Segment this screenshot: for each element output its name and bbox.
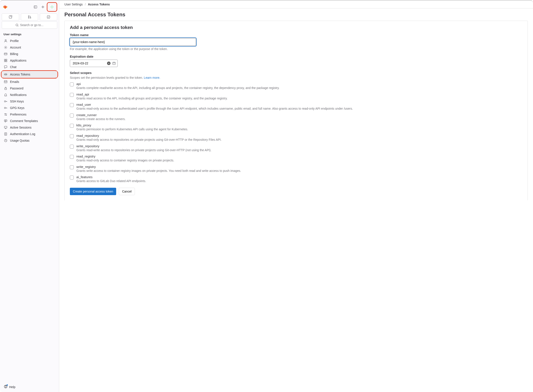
scopes-hint: Scopes set the permission levels granted… <box>70 76 144 79</box>
breadcrumb-parent[interactable]: User Settings <box>64 3 83 6</box>
svg-point-21 <box>5 40 6 41</box>
ai-assistant-button[interactable] <box>47 2 57 12</box>
sidebar-item-label: Password <box>10 87 23 90</box>
sidebar-item-notifications[interactable]: Notifications <box>2 92 57 98</box>
scope-name: create_runner <box>76 113 522 117</box>
scope-item-read_user: read_userGrants read-only access to the … <box>70 103 522 111</box>
svg-point-53 <box>5 387 6 387</box>
svg-point-15 <box>28 16 29 17</box>
cancel-button[interactable]: Cancel <box>119 188 135 195</box>
sidebar-item-active-sessions[interactable]: Active Sessions <box>2 124 57 131</box>
svg-point-10 <box>53 6 53 6</box>
form-button-row: Create personal access token Cancel <box>70 188 522 195</box>
key-icon <box>4 100 7 103</box>
sidebar-item-label: Account <box>10 46 21 49</box>
gear-icon <box>4 46 7 49</box>
token-icon <box>4 73 7 76</box>
search-input[interactable]: Search or go to... <box>2 21 57 29</box>
expiration-label: Expiration date <box>70 55 522 58</box>
sidebar-item-emails[interactable]: Emails <box>2 79 57 85</box>
token-name-input[interactable] <box>70 38 196 46</box>
scope-checkbox-read_registry[interactable] <box>70 155 74 159</box>
scope-name: k8s_proxy <box>76 123 522 127</box>
create-token-button[interactable]: Create personal access token <box>70 188 116 195</box>
svg-point-6 <box>52 8 52 9</box>
todos-shortcut[interactable] <box>40 14 57 20</box>
expiration-field: Expiration date ✕ <box>70 55 522 67</box>
sidebar-item-password[interactable]: Password <box>2 85 57 92</box>
scope-desc: Grants read-write access to repositories… <box>76 148 522 153</box>
scopes-hint-row: Scopes set the permission levels granted… <box>70 76 522 79</box>
bell-icon <box>4 93 7 97</box>
scope-text: read_apiGrants read access to the API, i… <box>76 93 522 101</box>
svg-rect-25 <box>4 59 5 60</box>
sidebar-item-billing[interactable]: Billing <box>2 51 57 57</box>
expiration-date-input[interactable] <box>73 61 105 65</box>
scope-checkbox-ai_features[interactable] <box>70 176 74 179</box>
merge-requests-shortcut[interactable] <box>21 14 38 20</box>
log-icon <box>4 132 7 136</box>
sidebar-item-label: Preferences <box>10 113 26 116</box>
sidebar-item-auth-log[interactable]: Authentication Log <box>2 131 57 137</box>
scope-checkbox-read_api[interactable] <box>70 93 74 97</box>
sidebar-item-ssh-keys[interactable]: SSH Keys <box>2 98 57 105</box>
panel-toggle-icon[interactable] <box>32 4 39 10</box>
scope-item-k8s_proxy: k8s_proxyGrants permission to perform Ku… <box>70 123 522 132</box>
sidebar-item-label: Comment Templates <box>10 119 38 123</box>
sidebar-item-label: SSH Keys <box>10 100 24 103</box>
profile-icon <box>4 39 7 43</box>
token-name-hint: For example, the application using the t… <box>70 47 522 51</box>
sidebar-item-preferences[interactable]: Preferences <box>2 111 57 118</box>
mail-icon <box>4 80 7 84</box>
scopes-learn-more-link[interactable]: Learn more. <box>144 76 160 79</box>
scope-text: apiGrants complete read/write access to … <box>76 82 522 90</box>
credit-card-icon <box>4 52 7 56</box>
sidebar-item-account[interactable]: Account <box>2 44 57 51</box>
access-tokens-highlight: Access Tokens <box>1 70 58 79</box>
svg-rect-23 <box>4 53 7 55</box>
scope-checkbox-read_repository[interactable] <box>70 134 74 138</box>
svg-point-22 <box>5 47 6 48</box>
sidebar-item-label: Notifications <box>10 93 27 97</box>
issues-shortcut[interactable] <box>2 14 19 20</box>
sidebar-item-profile[interactable]: Profile <box>2 38 57 44</box>
scopes-section: Select scopes Scopes set the permission … <box>70 71 522 79</box>
calendar-icon[interactable] <box>112 61 116 65</box>
quota-icon <box>4 139 7 142</box>
token-name-label: Token name <box>70 33 522 37</box>
scope-checkbox-write_repository[interactable] <box>70 145 74 149</box>
sidebar-item-comment-templates[interactable]: Comment Templates <box>2 118 57 124</box>
help-icon <box>4 385 7 388</box>
sidebar-item-usage-quotas[interactable]: Usage Quotas <box>2 137 57 144</box>
scope-item-read_registry: read_registryGrants read-only access to … <box>70 154 522 163</box>
scope-checkbox-api[interactable] <box>70 82 74 86</box>
svg-point-7 <box>51 7 51 7</box>
scope-text: read_repositoryGrants read-only access t… <box>76 134 522 142</box>
scope-checkbox-read_user[interactable] <box>70 103 74 107</box>
todo-icon <box>47 15 50 19</box>
svg-point-40 <box>6 115 7 116</box>
svg-rect-41 <box>4 120 7 121</box>
help-link[interactable]: Help <box>2 383 57 390</box>
sidebar-item-access-tokens[interactable]: Access Tokens <box>2 71 57 78</box>
token-name-field: Token name For example, the application … <box>70 33 522 51</box>
scope-checkbox-k8s_proxy[interactable] <box>70 124 74 128</box>
plus-icon[interactable] <box>39 4 46 10</box>
scope-name: read_user <box>76 103 522 106</box>
scope-checkbox-create_runner[interactable] <box>70 114 74 117</box>
sidebar-item-label: Billing <box>10 52 18 56</box>
sidebar-section-header: User settings <box>2 32 57 38</box>
svg-point-19 <box>16 24 18 26</box>
scope-desc: Grants read-only access to repositories … <box>76 138 522 142</box>
scope-desc: Grants create access to the runners. <box>76 117 522 121</box>
scope-item-api: apiGrants complete read/write access to … <box>70 82 522 90</box>
sidebar-item-gpg-keys[interactable]: GPG Keys <box>2 105 57 111</box>
scope-checkbox-write_registry[interactable] <box>70 165 74 169</box>
svg-point-5 <box>52 5 52 6</box>
clear-date-icon[interactable]: ✕ <box>107 61 111 65</box>
sidebar-item-applications[interactable]: Applications <box>2 57 57 64</box>
sidebar-item-chat[interactable]: Chat <box>2 64 57 70</box>
gitlab-logo[interactable] <box>3 4 8 9</box>
sidebar-item-label: Chat <box>10 65 17 69</box>
svg-point-16 <box>28 17 29 18</box>
